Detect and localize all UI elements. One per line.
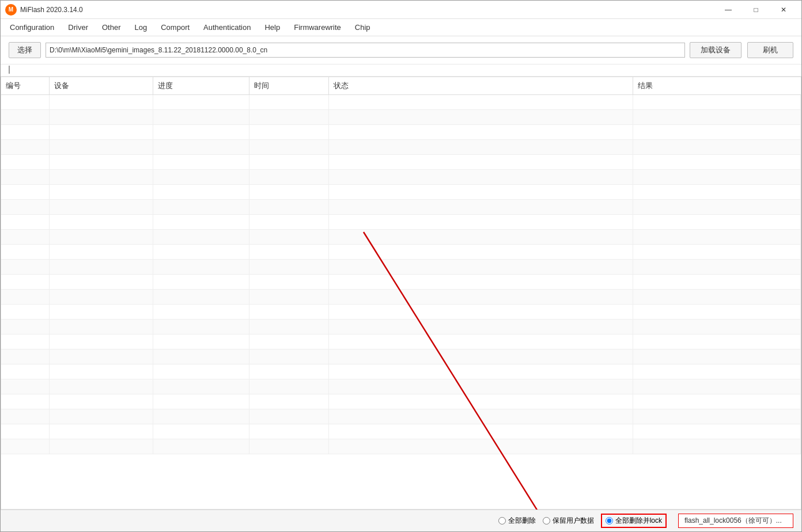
menu-firmwarewrite[interactable]: Firmwarewrite	[287, 21, 348, 34]
table-row	[1, 260, 801, 275]
table-row	[1, 275, 801, 290]
radio-delete-all-lock-input[interactable]	[606, 517, 613, 525]
table-row	[1, 349, 801, 364]
col-number: 编号	[1, 77, 49, 95]
menu-help[interactable]: Help	[258, 21, 287, 34]
menu-authentication[interactable]: Authentication	[196, 21, 258, 34]
maximize-button[interactable]: □	[743, 1, 769, 18]
table-row	[1, 394, 801, 409]
menu-driver[interactable]: Driver	[61, 21, 95, 34]
flash-button[interactable]: 刷机	[747, 42, 793, 58]
radio-delete-all[interactable]: 全部删除	[498, 516, 536, 526]
toolbar-right: 加载设备 刷机	[690, 42, 793, 58]
table-row	[1, 379, 801, 394]
app-logo: M	[5, 4, 17, 16]
table-row	[1, 290, 801, 305]
radio-delete-all-lock[interactable]: 全部删除并lock	[606, 516, 662, 526]
main-content: 编号 设备 进度 时间 状态 结果	[1, 77, 801, 510]
table-row	[1, 125, 801, 140]
col-progress: 进度	[153, 77, 249, 95]
radio-keep-user-data-label: 保留用户数据	[553, 516, 594, 526]
progress-indicator	[9, 66, 10, 74]
col-device: 设备	[49, 77, 153, 95]
table-row	[1, 305, 801, 320]
table-row	[1, 170, 801, 185]
flash-info-box: flash_all_lock0056（徐可可）...	[678, 514, 793, 528]
minimize-button[interactable]: —	[715, 1, 742, 18]
highlighted-option-box: 全部删除并lock	[601, 514, 667, 528]
table-row	[1, 110, 801, 125]
toolbar: 选择 加载设备 刷机	[1, 36, 801, 64]
table-row	[1, 95, 801, 110]
path-input[interactable]	[46, 43, 685, 58]
menu-other[interactable]: Other	[95, 21, 128, 34]
progress-area	[1, 64, 801, 77]
table-row	[1, 215, 801, 230]
col-status: 状态	[329, 77, 633, 95]
menu-log[interactable]: Log	[128, 21, 154, 34]
menubar: Configuration Driver Other Log Comport A…	[1, 19, 801, 36]
menu-configuration[interactable]: Configuration	[3, 21, 61, 34]
radio-keep-user-data-input[interactable]	[543, 517, 550, 525]
window-title: MiFlash 2020.3.14.0	[20, 6, 715, 14]
table-row	[1, 185, 801, 200]
table-row	[1, 335, 801, 349]
radio-delete-all-label: 全部删除	[508, 516, 536, 526]
radio-group: 全部删除 保留用户数据 全部删除并lock flash_all_lock0056…	[9, 514, 793, 528]
radio-delete-all-lock-label: 全部删除并lock	[615, 516, 662, 526]
load-device-button[interactable]: 加载设备	[690, 42, 742, 58]
menu-comport[interactable]: Comport	[154, 21, 196, 34]
menu-chip[interactable]: Chip	[348, 21, 377, 34]
table-row	[1, 155, 801, 170]
table-body	[1, 95, 801, 454]
select-button[interactable]: 选择	[9, 42, 41, 58]
close-button[interactable]: ✕	[770, 1, 797, 18]
radio-delete-all-input[interactable]	[498, 517, 506, 525]
col-result: 结果	[633, 77, 800, 95]
table-row	[1, 424, 801, 439]
table-row	[1, 320, 801, 335]
window-controls: — □ ✕	[715, 1, 797, 18]
table-row	[1, 364, 801, 379]
table-row	[1, 439, 801, 454]
table-row	[1, 245, 801, 260]
device-table-container: 编号 设备 进度 时间 状态 结果	[1, 77, 801, 510]
flash-info-text: flash_all_lock0056（徐可可）...	[684, 516, 782, 525]
titlebar: M MiFlash 2020.3.14.0 — □ ✕	[1, 1, 801, 19]
main-window: M MiFlash 2020.3.14.0 — □ ✕ Configuratio…	[0, 0, 802, 532]
bottombar: 全部删除 保留用户数据 全部删除并lock flash_all_lock0056…	[1, 510, 801, 531]
table-row	[1, 200, 801, 215]
table-header-row: 编号 设备 进度 时间 状态 结果	[1, 77, 801, 95]
table-row	[1, 230, 801, 245]
table-row	[1, 140, 801, 155]
col-time: 时间	[249, 77, 329, 95]
device-table: 编号 设备 进度 时间 状态 结果	[1, 77, 801, 454]
table-row	[1, 409, 801, 424]
radio-keep-user-data[interactable]: 保留用户数据	[543, 516, 594, 526]
